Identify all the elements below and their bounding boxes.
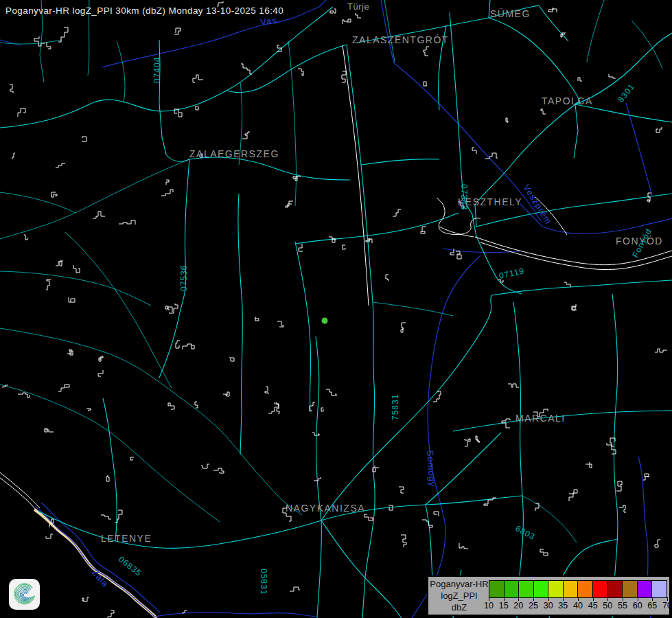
legend-tick-value: 25 [526, 601, 541, 610]
spiral-logo-icon [9, 579, 40, 610]
city-label: LETENYE [101, 533, 152, 544]
legend-line: logZ_PPI [430, 590, 489, 602]
legend-color-cell [564, 581, 579, 597]
city-label: ZALAEGERSZEG [189, 148, 279, 159]
county-label: Vas [259, 15, 277, 27]
road-number-label: 07404 [152, 57, 162, 83]
legend-color-cell [623, 581, 638, 597]
legend-color-cell [638, 581, 653, 597]
legend-tick-value: 10 [481, 601, 496, 610]
legend-tick-value: 70 [660, 601, 672, 610]
road-number-label: 06835 [117, 554, 143, 578]
county-label: Veszprém [521, 183, 554, 227]
legend-color-bar [489, 580, 667, 598]
legend-tick-value: 15 [496, 601, 511, 610]
legend-color-cell [652, 581, 667, 597]
road-number-label: 05831 [259, 569, 268, 595]
legend-tick-labels: 10152025303540455055606570 [489, 601, 667, 611]
legend-tick-value: 55 [615, 601, 630, 610]
legend-color-cell [519, 581, 534, 597]
legend-tick-value: 45 [586, 601, 601, 610]
legend-color-cell [505, 581, 520, 597]
legend-line: dbZ [430, 602, 489, 613]
county-border-lines [0, 0, 672, 618]
legend-color-cell [608, 581, 623, 597]
legend-tick-value: 50 [600, 601, 615, 610]
city-label: NAGYKANIZSA [286, 503, 365, 514]
city-label: Türje [347, 1, 369, 12]
road-number-label: 6803 [514, 523, 537, 542]
city-label: ZALASZENTGRÓT [352, 34, 449, 45]
road-number-label: 07343 [459, 184, 469, 210]
legend-product-label: Poganyvar-HR logZ_PPI dbZ [430, 578, 489, 613]
legend-color-cell [548, 581, 564, 597]
dbz-legend: Poganyvar-HR logZ_PPI dbZ 10152025303540… [427, 575, 671, 616]
product-title: Poganyvar-HR logZ_PPI 30km (dbZ) Monday … [5, 5, 283, 16]
road-number-label: 07536 [179, 265, 189, 291]
radar-echo-dot [322, 318, 328, 324]
legend-tick-value: 20 [511, 601, 526, 610]
legend-tick-value: 40 [570, 601, 586, 610]
legend-tick-value: 30 [541, 601, 556, 610]
legend-tick-value: 65 [645, 601, 660, 610]
minor-road-lines [0, 0, 662, 542]
main-road-lines [0, 0, 672, 618]
road-number-label: 8301 [616, 82, 636, 104]
legend-tick-value: 35 [555, 601, 570, 610]
legend-color-cell [593, 581, 608, 597]
county-label: Somogy [425, 450, 438, 488]
shoreline-and-rail-lines [0, 45, 672, 512]
city-label: MARCALI [515, 413, 566, 424]
road-number-label: 07119 [498, 266, 526, 280]
radar-screen: TürjeSÜMEGZALASZENTGRÓTTAPOLCAZALAEGERSZ… [0, 0, 672, 618]
app-logo [9, 579, 40, 610]
legend-color-cell [578, 581, 593, 597]
legend-line: Poganyvar-HR [430, 578, 489, 590]
legend-tick-value: 60 [630, 601, 645, 610]
city-label: SÜMEG [490, 8, 531, 19]
settlement-marks [3, 1, 667, 618]
road-number-label: 75831 [391, 394, 400, 420]
legend-color-cell [534, 581, 549, 597]
radar-map: TürjeSÜMEGZALASZENTGRÓTTAPOLCAZALAEGERSZ… [0, 0, 672, 618]
city-label: TAPOLCA [542, 95, 593, 106]
legend-color-cell [489, 581, 505, 597]
